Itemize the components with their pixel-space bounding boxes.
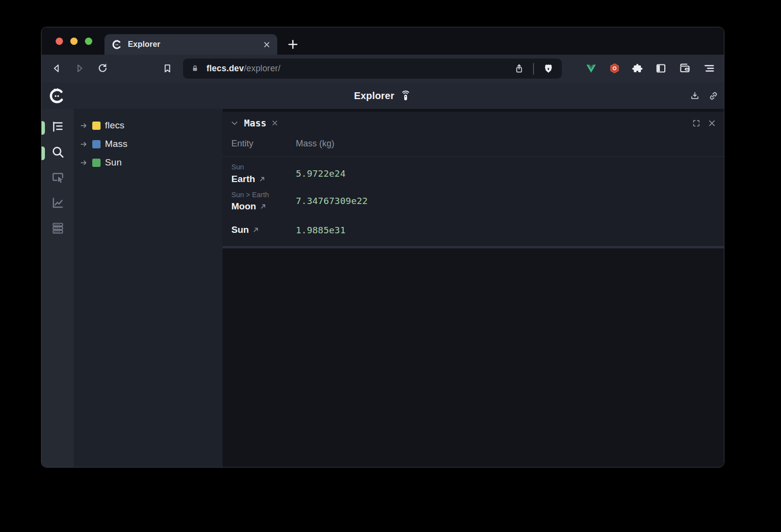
tree-icon: [51, 120, 65, 134]
table-row: Sun Earth 5.9722e24: [223, 163, 724, 184]
copy-link-button[interactable]: [706, 89, 720, 102]
tree-panel-active-indicator: [41, 121, 45, 135]
side-panel-button[interactable]: [654, 61, 668, 75]
mass-value: 7.34767309e22: [296, 190, 368, 212]
reload-icon: [97, 63, 108, 74]
fullscreen-icon[interactable]: [692, 119, 700, 127]
rail-inspector-button[interactable]: [50, 170, 65, 185]
bookmark-button[interactable]: [161, 61, 174, 75]
page-header: Explorer: [41, 82, 724, 109]
minimize-window-button[interactable]: [70, 38, 78, 45]
menu-icon: [703, 62, 715, 74]
tree-item-label[interactable]: flecs: [105, 120, 124, 131]
expand-arrow-icon[interactable]: [80, 140, 88, 148]
open-entity-icon[interactable]: [259, 176, 266, 183]
remote-connected-icon[interactable]: [400, 90, 411, 102]
brave-shield-icon: [543, 63, 554, 74]
tree-item-flecs[interactable]: flecs: [80, 116, 223, 135]
forward-button[interactable]: [73, 61, 86, 75]
hexagon-extension-icon: [609, 62, 620, 74]
search-icon: [51, 145, 65, 159]
brave-shield-button[interactable]: [542, 63, 554, 75]
query-area: Mass Entity Mass (kg): [223, 109, 724, 467]
wallet-button[interactable]: [678, 61, 692, 75]
query-title[interactable]: Mass: [244, 118, 267, 128]
url-text[interactable]: flecs.dev/explorer/: [206, 63, 513, 74]
entity-parent-path: Sun > Earth: [231, 190, 296, 200]
query-panel-active-indicator: [41, 146, 45, 160]
rail-stats-button[interactable]: [50, 221, 65, 236]
query-close-icon[interactable]: [271, 120, 278, 126]
traffic-lights: [56, 27, 92, 55]
stats-icon: [51, 221, 65, 235]
entity-tree-panel: flecs Mass Sun: [74, 109, 223, 467]
vue-devtools-extension-button[interactable]: [584, 61, 598, 75]
table-row: Sun 1.9885e31: [223, 225, 724, 235]
tree-item-mass[interactable]: Mass: [80, 135, 223, 153]
browser-menu-button[interactable]: [702, 61, 716, 75]
panel-close-icon[interactable]: [708, 119, 716, 127]
column-header-entity: Entity: [231, 139, 296, 149]
zoom-window-button[interactable]: [85, 38, 92, 45]
side-panel-icon: [655, 62, 667, 74]
reload-button[interactable]: [96, 61, 109, 75]
entity-name: Moon: [231, 201, 256, 212]
flecs-logo-icon[interactable]: [48, 87, 65, 104]
explorer-content: flecs Mass Sun: [41, 109, 724, 467]
entity-link[interactable]: Sun: [231, 225, 296, 235]
divider: [533, 63, 534, 75]
forward-icon: [74, 63, 85, 74]
entity-link[interactable]: Earth: [231, 174, 296, 184]
browser-window: Explorer: [41, 27, 724, 468]
entity-link[interactable]: Moon: [231, 201, 296, 212]
share-button[interactable]: [513, 63, 525, 75]
back-button[interactable]: [50, 61, 63, 75]
tree-item-sun[interactable]: Sun: [80, 153, 223, 172]
hexagon-extension-button[interactable]: [608, 61, 621, 75]
bookmark-icon: [162, 63, 173, 74]
desktop-background: Explorer: [0, 0, 781, 532]
download-icon: [690, 91, 700, 101]
open-entity-icon[interactable]: [260, 203, 267, 210]
puzzle-extensions-icon: [632, 62, 643, 74]
rail-search-button[interactable]: [50, 144, 65, 160]
rail-chart-button[interactable]: [50, 195, 65, 210]
lock-icon: [191, 64, 199, 73]
mass-value: 5.9722e24: [296, 163, 346, 184]
tree-item-label[interactable]: Mass: [105, 139, 127, 149]
vue-devtools-icon: [585, 62, 597, 74]
download-button[interactable]: [688, 89, 701, 102]
chart-icon: [51, 196, 65, 210]
tree-item-label[interactable]: Sun: [105, 157, 122, 168]
share-icon: [514, 63, 524, 74]
entity-color-swatch: [92, 159, 101, 167]
table-row: Sun > Earth Moon 7.34767309e22: [223, 190, 724, 212]
open-entity-icon[interactable]: [252, 226, 259, 233]
address-bar[interactable]: flecs.dev/explorer/: [183, 59, 562, 79]
rail-tree-button[interactable]: [50, 119, 65, 134]
column-header-value: Mass (kg): [296, 139, 334, 149]
tab-close-icon[interactable]: [263, 41, 270, 48]
expand-arrow-icon[interactable]: [80, 159, 88, 167]
back-icon: [51, 63, 62, 74]
entity-parent-path: Sun: [231, 163, 296, 172]
entity-name: Sun: [231, 225, 249, 235]
chevron-down-icon[interactable]: [230, 119, 239, 127]
expand-arrow-icon[interactable]: [80, 122, 88, 130]
table-header: Entity Mass (kg): [223, 134, 724, 157]
wallet-icon: [679, 62, 691, 74]
browser-toolbar: flecs.dev/explorer/: [41, 55, 724, 82]
new-tab-button[interactable]: [287, 39, 299, 50]
extensions-button[interactable]: [631, 61, 644, 75]
entity-color-swatch: [92, 140, 101, 148]
url-domain: flecs.dev: [206, 63, 244, 73]
entity-color-swatch: [92, 122, 101, 130]
browser-tab[interactable]: Explorer: [104, 34, 277, 55]
url-path: /explorer/: [244, 63, 281, 73]
link-icon: [708, 91, 719, 101]
inspector-icon: [51, 170, 65, 184]
close-window-button[interactable]: [56, 38, 63, 45]
tab-title: Explorer: [128, 40, 263, 49]
mass-query-panel: Mass Entity Mass (kg): [223, 112, 724, 248]
tab-strip: Explorer: [41, 27, 724, 55]
